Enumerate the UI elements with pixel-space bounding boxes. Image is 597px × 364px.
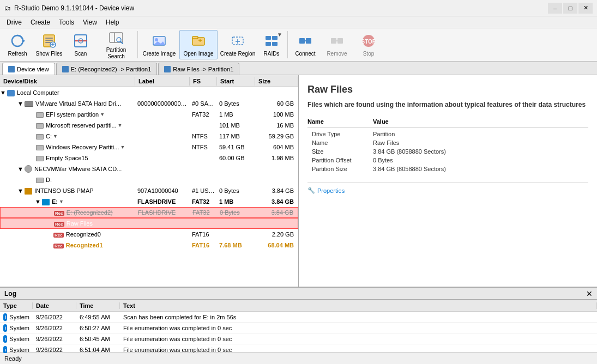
tree-row[interactable]: Rec Raw Files bbox=[0, 218, 298, 229]
create-image-button[interactable]: Create Image bbox=[140, 30, 178, 59]
tab-partition1[interactable]: E: (Recognized2) -> Partition1 bbox=[56, 63, 158, 75]
log-time: 6:50:45 AM bbox=[76, 336, 120, 342]
tree-row[interactable]: D: bbox=[0, 174, 298, 185]
raids-dropdown-arrow[interactable]: ▼ bbox=[277, 32, 282, 38]
log-row[interactable]: i System 9/26/2022 6:50:27 AM File enume… bbox=[0, 323, 597, 333]
dropdown-arrow[interactable]: ▼ bbox=[53, 134, 58, 139]
tree-row-size: 604 MB bbox=[255, 144, 298, 150]
create-region-button[interactable]: Create Region bbox=[219, 30, 257, 59]
stop-icon: STOP bbox=[360, 32, 377, 50]
tree-row[interactable]: Rec Recognized1 FAT16 7.68 MB 68.04 MB bbox=[0, 240, 298, 251]
tree-arrow: ▼ bbox=[9, 187, 23, 194]
close-button[interactable]: ✕ bbox=[578, 3, 593, 14]
tree-icon bbox=[36, 144, 44, 150]
svg-rect-34 bbox=[337, 38, 343, 44]
prop-key: Drive Type bbox=[307, 131, 373, 137]
show-files-button[interactable]: Show Files bbox=[34, 30, 64, 59]
tree-row-fs: #1 USB... bbox=[190, 187, 217, 194]
tab-rawfiles[interactable]: Raw Files -> Partition1 bbox=[158, 63, 239, 75]
tree-row-fs: FAT32 bbox=[190, 209, 218, 216]
app-title: R-Studio Demo 9.1.191044 - Device view bbox=[14, 4, 134, 12]
tree-row[interactable]: Rec Recognized0 FAT16 2.20 GB bbox=[0, 229, 298, 240]
tree-row[interactable]: ▼ Local Computer bbox=[0, 87, 298, 98]
prop-row: NameRaw Files bbox=[307, 138, 588, 147]
dropdown-arrow[interactable]: ▼ bbox=[100, 112, 105, 117]
prop-row: Drive TypePartition bbox=[307, 130, 588, 138]
status-text: Ready bbox=[4, 355, 22, 362]
dropdown-arrow[interactable]: ▼ bbox=[118, 123, 123, 128]
tree-arrow: ▼ bbox=[9, 100, 23, 107]
refresh-button[interactable]: Refresh bbox=[2, 30, 33, 59]
log-text: File enumeration was completed in 0 sec bbox=[120, 336, 597, 342]
tree-row[interactable]: Windows Recovery Partiti... ▼ NTFS 59.41… bbox=[0, 142, 298, 153]
log-row[interactable]: i System 9/26/2022 6:50:45 AM File enume… bbox=[0, 333, 597, 344]
log-table[interactable]: Type Date Time Text i System 9/26/2022 6… bbox=[0, 300, 597, 353]
prop-header: Name Value bbox=[307, 118, 588, 128]
tree-row-name: Raw Files bbox=[67, 220, 93, 227]
log-row[interactable]: i System 9/26/2022 6:49:55 AM Scan has b… bbox=[0, 312, 597, 323]
tab-device-view[interactable]: Device view bbox=[2, 63, 55, 75]
tree-row-label: FLASHDRIVE bbox=[135, 198, 190, 205]
show-files-icon bbox=[40, 32, 58, 50]
log-thead: Type Date Time Text bbox=[0, 300, 597, 312]
svg-rect-26 bbox=[266, 36, 271, 40]
th-device: Device/Disk bbox=[0, 77, 135, 86]
prop-row: Partition Offset0 Bytes bbox=[307, 156, 588, 165]
tree-row-size: 59.29 GB bbox=[255, 133, 298, 139]
log-th-time: Time bbox=[76, 302, 120, 309]
scan-button[interactable]: Scan bbox=[65, 30, 96, 59]
properties-link-label: Properties bbox=[317, 187, 345, 194]
info-icon: i bbox=[3, 335, 7, 343]
log-header: Log ✕ bbox=[0, 288, 597, 300]
tree-row[interactable]: C: ▼ NTFS 117 MB 59.29 GB bbox=[0, 131, 298, 142]
tree-row[interactable]: ▼ E: ▼ FLASHDRIVE FAT32 1 MB 3.84 GB bbox=[0, 196, 298, 207]
menu-item-drive[interactable]: Drive bbox=[2, 17, 26, 27]
menu-item-create[interactable]: Create bbox=[26, 17, 55, 27]
tree-row-start: 0 Bytes bbox=[217, 100, 255, 107]
stop-button[interactable]: STOP Stop bbox=[353, 30, 384, 59]
tree-row-size: 3.84 GB bbox=[256, 209, 298, 216]
tree-row[interactable]: ▼ NECVMWar VMware SATA CD... bbox=[0, 163, 298, 174]
remove-icon bbox=[328, 32, 346, 50]
tree-row-name: Empty Space15 bbox=[46, 155, 88, 161]
svg-rect-5 bbox=[45, 42, 51, 43]
tree-row-name: D: bbox=[46, 177, 52, 183]
minimize-button[interactable]: – bbox=[548, 3, 562, 14]
tree-row[interactable]: EFI system partition ▼ FAT32 1 MB 100 MB bbox=[0, 109, 298, 120]
menu-item-tools[interactable]: Tools bbox=[55, 17, 79, 27]
tree-row-start: 1 MB bbox=[217, 198, 255, 205]
raids-button[interactable]: RAIDs ▼ bbox=[258, 30, 285, 59]
tree-icon bbox=[7, 89, 15, 96]
prop-key: Size bbox=[307, 148, 373, 155]
refresh-icon bbox=[9, 32, 26, 50]
connect-button[interactable]: Connect bbox=[290, 30, 321, 59]
properties-table: Name Value Drive TypePartitionNameRaw Fi… bbox=[307, 118, 588, 173]
tree-row[interactable]: Microsoft reserved partiti... ▼ 101 MB 1… bbox=[0, 120, 298, 131]
create-region-icon bbox=[229, 32, 246, 50]
log-close-button[interactable]: ✕ bbox=[586, 289, 593, 298]
statusbar: Ready bbox=[0, 352, 597, 364]
create-region-label: Create Region bbox=[220, 51, 255, 57]
dropdown-arrow[interactable]: ▼ bbox=[59, 199, 64, 204]
dropdown-arrow[interactable]: ▼ bbox=[120, 144, 125, 150]
tree-row[interactable]: ▼ INTENSO USB PMAP 907A10000040 #1 USB..… bbox=[0, 185, 298, 196]
tree-row[interactable]: Rec E: (Recognized2) FLASHDRIVE FAT32 0 … bbox=[0, 207, 298, 218]
tree-row[interactable]: Empty Space15 60.00 GB 1.98 MB bbox=[0, 153, 298, 163]
tree-row-size: 68.04 MB bbox=[255, 242, 298, 248]
tree-row[interactable]: ▼ VMware Virtual SATA Hard Dri... 000000… bbox=[0, 98, 298, 109]
remove-button[interactable]: Remove bbox=[322, 30, 352, 59]
log-time: 6:49:55 AM bbox=[76, 314, 120, 320]
svg-rect-3 bbox=[45, 38, 53, 39]
menu-item-help[interactable]: Help bbox=[101, 17, 124, 27]
maximize-button[interactable]: □ bbox=[563, 3, 577, 14]
tree-row-start: 117 MB bbox=[217, 133, 255, 139]
stop-label: Stop bbox=[363, 51, 375, 57]
tree-row-fs: FAT32 bbox=[190, 111, 217, 118]
log-title: Log bbox=[4, 290, 16, 298]
log-row[interactable]: i System 9/26/2022 6:51:04 AM File enume… bbox=[0, 344, 597, 353]
properties-link[interactable]: 🔧 Properties bbox=[307, 182, 588, 194]
menu-item-view[interactable]: View bbox=[79, 17, 101, 27]
menubar: DriveCreateToolsViewHelp bbox=[0, 16, 597, 28]
partition-search-button[interactable]: Partition Search bbox=[97, 30, 135, 59]
open-image-button[interactable]: Open Image bbox=[179, 30, 218, 59]
